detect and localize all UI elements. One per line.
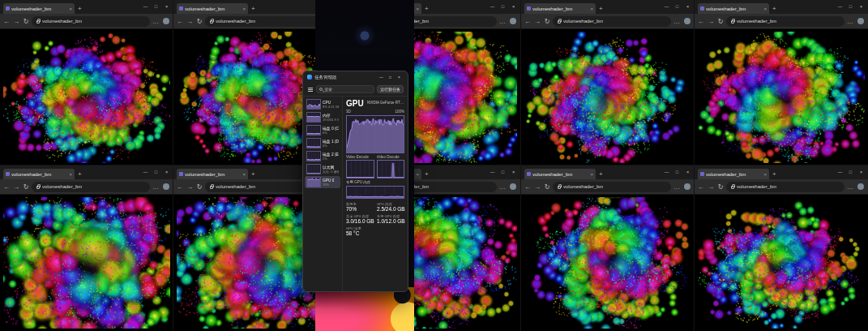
profile-avatar[interactable] — [857, 18, 864, 24]
browser-titlebar[interactable]: volumeshader_bm × + — □ × — [695, 0, 868, 14]
browser-tab[interactable]: volumeshader_bm × — [698, 169, 769, 179]
profile-avatar[interactable] — [163, 183, 169, 190]
new-tab-button[interactable]: + — [78, 6, 82, 12]
window-minimize-button[interactable]: — — [487, 166, 498, 179]
browser-tab[interactable]: volumeshader_bm × — [3, 169, 75, 179]
back-button[interactable]: ← — [2, 18, 11, 25]
profile-avatar[interactable] — [857, 183, 864, 190]
address-bar[interactable]: volumeshader_bm — [553, 16, 671, 27]
window-close-button[interactable]: × — [856, 166, 866, 179]
tm-sidebar-item[interactable]: 磁盘 0 (C:) 0% — [305, 124, 340, 136]
window-close-button[interactable]: × — [508, 166, 519, 179]
back-button[interactable]: ← — [697, 18, 705, 25]
refresh-button[interactable]: ↻ — [22, 183, 30, 191]
window-maximize-button[interactable]: □ — [845, 0, 856, 14]
window-minimize-button[interactable]: — — [661, 0, 672, 14]
back-button[interactable]: ← — [697, 183, 705, 191]
back-button[interactable]: ← — [524, 18, 532, 25]
tm-maximize-button[interactable]: □ — [386, 75, 395, 80]
browser-tab[interactable]: volumeshader_bm × — [698, 3, 769, 14]
browser-tab[interactable]: volumeshader_bm × — [177, 169, 248, 179]
refresh-button[interactable]: ↻ — [195, 18, 203, 25]
hamburger-menu-icon[interactable] — [308, 89, 313, 90]
profile-avatar[interactable] — [163, 18, 169, 24]
window-minimize-button[interactable]: — — [835, 166, 845, 179]
window-close-button[interactable]: × — [161, 166, 172, 179]
tm-sidebar-item[interactable]: 内存 19.6/31.9 GB (61%) — [305, 111, 340, 123]
menu-icon[interactable]: … — [846, 18, 854, 25]
back-button[interactable]: ← — [176, 18, 184, 25]
browser-tab[interactable]: volumeshader_bm × — [524, 169, 596, 179]
window-minimize-button[interactable]: — — [140, 0, 151, 14]
window-minimize-button[interactable]: — — [661, 166, 672, 179]
address-bar[interactable]: volumeshader_bm — [726, 16, 844, 27]
window-maximize-button[interactable]: □ — [845, 166, 856, 179]
browser-titlebar[interactable]: volumeshader_bm × + — □ × — [695, 166, 868, 179]
forward-button[interactable]: → — [12, 18, 20, 25]
menu-icon[interactable]: … — [498, 183, 507, 191]
tm-close-button[interactable]: × — [395, 75, 404, 80]
menu-icon[interactable]: … — [673, 183, 681, 191]
back-button[interactable]: ← — [524, 183, 532, 191]
browser-tab[interactable]: volumeshader_bm × — [524, 3, 596, 14]
menu-icon[interactable]: … — [152, 18, 160, 25]
window-maximize-button[interactable]: □ — [672, 0, 682, 14]
tm-sidebar-item[interactable]: CPU 8% 4.21 GHz — [305, 98, 340, 110]
forward-button[interactable]: → — [12, 183, 20, 191]
profile-avatar[interactable] — [684, 18, 691, 24]
tab-close-icon[interactable]: × — [242, 172, 246, 177]
profile-avatar[interactable] — [684, 183, 691, 190]
new-tab-button[interactable]: + — [251, 6, 255, 12]
browser-tab[interactable]: volumeshader_bm × — [3, 3, 75, 14]
forward-button[interactable]: → — [533, 183, 541, 191]
run-new-task-button[interactable]: 运行新任务 — [377, 85, 404, 93]
window-close-button[interactable]: × — [508, 0, 519, 14]
tab-close-icon[interactable]: × — [69, 6, 72, 11]
tab-close-icon[interactable]: × — [763, 172, 767, 177]
window-close-button[interactable]: × — [161, 0, 172, 14]
task-manager-titlebar[interactable]: 任务管理器 — □ × — [303, 71, 408, 83]
new-tab-button[interactable]: + — [251, 171, 255, 178]
tab-close-icon[interactable]: × — [416, 172, 419, 177]
browser-titlebar[interactable]: volumeshader_bm × + — □ × — [521, 166, 695, 179]
window-maximize-button[interactable]: □ — [498, 0, 508, 14]
new-tab-button[interactable]: + — [425, 6, 429, 12]
menu-icon[interactable]: … — [846, 183, 854, 191]
new-tab-button[interactable]: + — [772, 6, 776, 12]
window-maximize-button[interactable]: □ — [498, 166, 508, 179]
address-bar[interactable]: volumeshader_bm — [32, 182, 150, 192]
tm-minimize-button[interactable]: — — [377, 75, 386, 80]
window-maximize-button[interactable]: □ — [151, 0, 161, 14]
tm-sidebar-item[interactable]: 磁盘 2 (E:) 2% — [305, 150, 340, 162]
window-maximize-button[interactable]: □ — [151, 166, 161, 179]
forward-button[interactable]: → — [186, 183, 194, 191]
forward-button[interactable]: → — [533, 18, 541, 25]
forward-button[interactable]: → — [707, 183, 715, 191]
tab-close-icon[interactable]: × — [590, 172, 593, 177]
address-bar[interactable]: volumeshader_bm — [726, 182, 844, 192]
back-button[interactable]: ← — [2, 183, 11, 191]
profile-avatar[interactable] — [510, 18, 516, 24]
browser-titlebar[interactable]: volumeshader_bm × + — □ × — [0, 166, 173, 179]
browser-tab[interactable]: volumeshader_bm × — [177, 3, 248, 14]
forward-button[interactable]: → — [186, 18, 194, 25]
window-close-button[interactable]: × — [682, 0, 693, 14]
new-tab-button[interactable]: + — [425, 171, 429, 178]
new-tab-button[interactable]: + — [599, 171, 603, 178]
menu-icon[interactable]: … — [673, 18, 681, 25]
refresh-button[interactable]: ↻ — [22, 18, 30, 25]
tab-close-icon[interactable]: × — [69, 172, 72, 177]
tab-close-icon[interactable]: × — [416, 6, 419, 11]
refresh-button[interactable]: ↻ — [543, 183, 551, 191]
tab-close-icon[interactable]: × — [590, 6, 593, 11]
forward-button[interactable]: → — [707, 18, 715, 25]
tm-sidebar-item[interactable]: GPU 0 70% — [305, 176, 340, 188]
window-minimize-button[interactable]: — — [487, 0, 498, 14]
profile-avatar[interactable] — [510, 183, 516, 190]
new-tab-button[interactable]: + — [772, 171, 776, 178]
window-minimize-button[interactable]: — — [835, 0, 845, 14]
browser-titlebar[interactable]: volumeshader_bm × + — □ × — [521, 0, 695, 14]
browser-titlebar[interactable]: volumeshader_bm × + — □ × — [0, 0, 173, 14]
new-tab-button[interactable]: + — [599, 6, 603, 12]
tm-search-input[interactable]: 搜索 — [316, 85, 374, 93]
